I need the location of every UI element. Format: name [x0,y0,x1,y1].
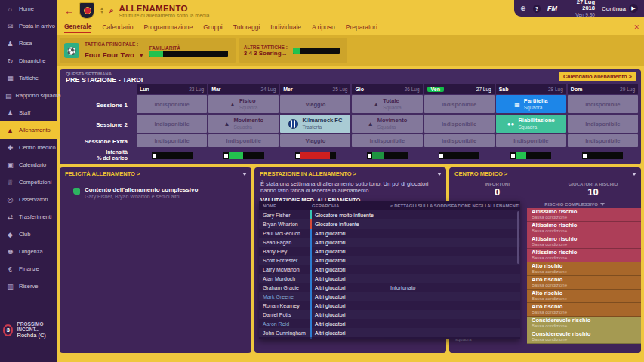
schedule-cell-unavailable[interactable]: Indisponibile [208,134,279,147]
game-date[interactable]: 27 Lug 2018 Ven 9:30 [564,0,595,17]
schedule-cell-unavailable[interactable]: Indisponibile [137,134,207,147]
main-tactic-box[interactable]: ⚽ TATTICA PRINCIPALE : Four Four Two▼ FA… [60,38,236,63]
tab-generale[interactable]: Generale [64,23,91,33]
sidebar-item-rapporto-squadra[interactable]: ▤Rapporto squadra [0,87,57,104]
schedule-cell-unavailable[interactable]: Indisponibile [496,134,566,147]
sidebar-item-club[interactable]: ◆Club [0,225,57,243]
schedule-cell-unavailable[interactable]: Indisponibile [568,115,638,133]
club-crest[interactable] [79,2,94,19]
happiness-item[interactable]: Contento dell'allenamento complessivo Ga… [60,179,251,199]
collapse-chevron-icon[interactable] [632,173,636,176]
dropdown-player-name: Gary Fisher [259,213,310,218]
sidebar-item-allenamento[interactable]: ▲Allenamento [0,121,60,139]
tab-individuale[interactable]: Individuale [270,23,301,32]
hierarchy-value: Altri giocatori [315,339,390,340]
hierarchy-color-bar [310,256,312,265]
dropdown-row[interactable]: Graham GracieAltri giocatoriInfortunato [259,283,520,292]
dropdown-row[interactable]: Bryan WhartonGiocatore influente [259,219,520,229]
dropdown-row[interactable]: Ronan KearneyAltri giocatori [259,301,520,310]
day-name: Lun [140,87,149,92]
schedule-cell-unavailable[interactable]: Indisponibile [137,95,207,113]
sidebar-item-osservatori[interactable]: ◎Osservatori [0,191,57,208]
collapse-chevron-icon[interactable] [437,173,442,176]
schedule-cell-session[interactable]: ●●RiabilitazioneSquadra [496,115,566,133]
dropdown-row[interactable]: Mark GreeneAltri giocatori [259,292,520,301]
schedule-cell-unavailable[interactable]: Indisponibile [352,134,422,147]
session-title: Movimento [233,118,263,124]
schedule-cell-session[interactable]: ▲MovimentoSquadra [352,115,422,133]
schedule-cell-unavailable[interactable]: Indisponibile [424,134,495,147]
dropdown-player-name: John Cunningham [259,330,310,336]
tab-calendario[interactable]: Calendario [102,23,133,32]
injury-note: Infortunato [390,285,415,290]
schedule-cell-unavailable[interactable]: Indisponibile [568,134,638,147]
sidebar-item-home[interactable]: ⌂Home [0,0,57,17]
sidebar-item-tattiche[interactable]: ▦Tattiche [0,69,57,87]
collapse-chevron-icon[interactable] [242,173,247,176]
happiness-panel-title[interactable]: FELICITÀ ALLENAMENTO > [65,170,140,177]
sidebar-item-centro-medico[interactable]: ✚Centro medico [0,139,57,156]
risk-cell: Altissimo rischioBassa condizione [527,235,641,249]
sidebar-item-trasferimenti[interactable]: ⇄Trasferimenti [0,208,57,225]
tab-a-riposo[interactable]: A riposo [312,23,335,32]
sidebar-item-riserve[interactable]: ▥Riserve [0,278,57,295]
dropdown-row[interactable]: Paul McGeouchAltri giocatori [259,229,520,238]
sidebar-item-finanze[interactable]: €Finanze [0,260,57,278]
main-tactic-name[interactable]: Four Four Two [85,51,134,59]
sidebar-item-competizioni[interactable]: ♕Competizioni [0,173,57,191]
tab-programmazione[interactable]: Programmazione [144,23,193,32]
sidebar-item-rosa[interactable]: ♟Rosa [0,35,57,52]
dropdown-row[interactable]: Alan MurdochAltri giocatori [259,274,520,283]
dropdown-row[interactable]: Scott ForresterAltri giocatori [259,256,520,265]
club-switch-chevrons[interactable]: ▲▼ [100,7,104,14]
schedule-cell-session[interactable]: ▲FisicoSquadra [208,95,279,113]
other-tactic-name[interactable]: 3 4 3 Soaring... [244,50,288,57]
schedule-cell-session[interactable]: ▲TotaleSquadra [352,95,422,113]
dropdown-row[interactable]: Larry McMahonAltri giocatori [259,265,520,274]
tab-gruppi[interactable]: Gruppi [203,23,223,32]
sidebar-item-calendario[interactable]: ▣Calendario [0,156,57,173]
tab-tutoraggi[interactable]: Tutoraggi [233,23,260,32]
search-icon[interactable]: ⌕ [109,6,114,15]
sort-chevron-icon[interactable] [600,203,605,206]
schedule-cell-unavailable[interactable]: Indisponibile [424,95,495,113]
sidebar-item-dirigenza[interactable]: ♚Dirigenza [0,243,57,260]
schedule-cell-match[interactable]: Kilmarnock FCTrasferta [280,115,350,133]
dropdown-scrollbar[interactable] [517,211,519,264]
dropdown-row[interactable]: Daniel PottsAltri giocatori [259,310,520,319]
medical-panel-title[interactable]: CENTRO MEDICO > [454,170,507,177]
globe-icon[interactable]: ⊕ [520,5,526,12]
sidebar-item-dinamiche[interactable]: ↻Dinamiche [0,52,57,69]
continue-button[interactable]: Continua ▶ [602,4,638,13]
dropdown-player-name: Scott Forrester [259,258,310,263]
sidebar-item-label: Allenamento [19,127,51,133]
sidebar-item-staff[interactable]: ♟Staff [0,104,57,121]
dropdown-col-details-link[interactable]: < DETTAGLI SULLA SODDISFAZIONE NEGLI ALL… [390,204,520,208]
sidebar-item-posta-in-arrivo[interactable]: ✉Posta in arrivo [0,17,57,35]
training-calendar-button[interactable]: Calendario allenamento > [559,72,636,81]
schedule-cell-unavailable[interactable]: Indisponibile [568,95,638,113]
dropdown-row[interactable]: Altri giocatori [259,337,520,339]
familiarity-label: FAMILIARITÀ [149,45,228,51]
other-tactics-box[interactable]: ALTRE TATTICHE : 3 4 3 Soaring... [239,38,347,63]
tab-preparatori[interactable]: Preparatori [346,23,377,32]
schedule-cell-travel[interactable]: Viaggio [280,134,350,147]
dropdown-row[interactable]: Gary FisherGiocatore molto influente [259,210,520,219]
chevron-down-icon[interactable]: ▼ [139,53,144,58]
schedule-cell-travel[interactable]: Viaggio [280,95,350,113]
performance-panel-title[interactable]: PRESTAZIONE IN ALLENAMENTO > [260,170,356,177]
dropdown-row[interactable]: Sean FaganAltri giocatori [259,238,520,247]
next-match[interactable]: 3 PROSSIMO INCONT... Rochda (C) [3,321,57,339]
schedule-cell-unavailable[interactable]: Indisponibile [424,115,495,133]
schedule-cell-session[interactable]: ▦PartitellaSquadra [496,95,566,113]
schedule-cell-unavailable[interactable]: Indisponibile [137,115,207,133]
kilmarnock-crest-icon [288,119,298,129]
transfers-icon: ⇄ [5,213,15,221]
dropdown-row[interactable]: John CunninghamAltri giocatori [259,328,520,337]
alert-icon[interactable]: ✕ [633,23,639,31]
back-arrow-icon[interactable]: ← [64,5,74,17]
dropdown-row[interactable]: Aaron ReidAltri giocatori [259,319,520,328]
dropdown-row[interactable]: Barry EleyAltri giocatori [259,247,520,256]
schedule-cell-session[interactable]: ▲MovimentoSquadra [208,115,279,133]
help-icon[interactable]: ? [533,5,541,13]
